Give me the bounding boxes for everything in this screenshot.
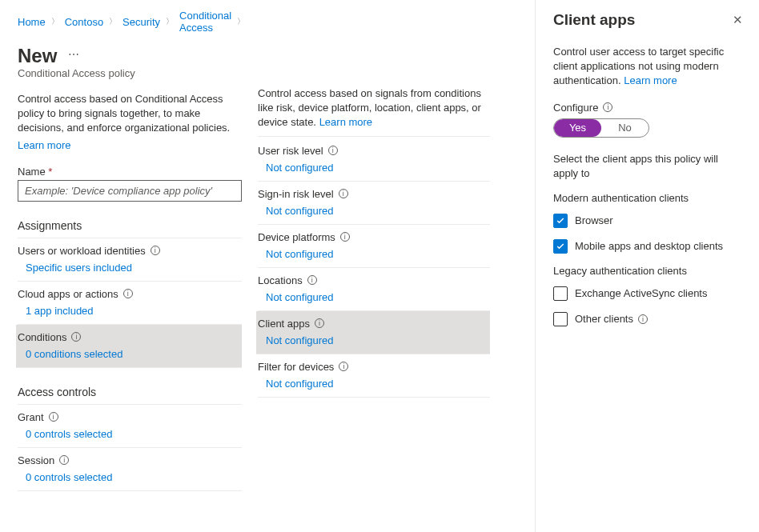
check-icon bbox=[553, 214, 568, 228]
access-grant-label: Grant bbox=[18, 411, 44, 423]
checkbox-mobile-desktop[interactable]: Mobile apps and desktop clients bbox=[553, 239, 741, 254]
condition-locations-value[interactable]: Not configured bbox=[258, 286, 490, 310]
assignment-conditions-value[interactable]: 0 conditions selected bbox=[18, 343, 242, 367]
condition-user-risk-value[interactable]: Not configured bbox=[258, 157, 490, 181]
chevron-right-icon: 〉 bbox=[166, 16, 174, 27]
access-session-value[interactable]: 0 controls selected bbox=[18, 466, 242, 490]
client-apps-panel: Client apps ✕ Control user access to tar… bbox=[535, 0, 759, 532]
access-session[interactable]: Sessioni 0 controls selected bbox=[18, 448, 242, 491]
learn-more-link[interactable]: Learn more bbox=[18, 139, 70, 151]
access-grant[interactable]: Granti 0 controls selected bbox=[18, 405, 242, 448]
assignment-apps-value[interactable]: 1 app included bbox=[18, 300, 242, 324]
condition-user-risk[interactable]: User risk leveli Not configured bbox=[258, 138, 490, 182]
page-title: New bbox=[18, 45, 57, 67]
breadcrumb-conditional-access[interactable]: Conditional Access bbox=[179, 10, 231, 34]
assignment-apps-label: Cloud apps or actions bbox=[18, 288, 118, 300]
access-controls-heading: Access controls bbox=[18, 386, 242, 405]
condition-client-apps-value[interactable]: Not configured bbox=[258, 330, 490, 354]
learn-more-link-conditions[interactable]: Learn more bbox=[319, 116, 372, 128]
checkbox-browser[interactable]: Browser bbox=[553, 214, 741, 228]
assignment-conditions-label: Conditions bbox=[18, 331, 66, 343]
info-icon[interactable]: i bbox=[603, 102, 612, 112]
info-icon[interactable]: i bbox=[340, 232, 350, 242]
condition-client-apps-label: Client apps bbox=[258, 318, 310, 330]
more-icon[interactable]: ⋯ bbox=[68, 48, 80, 61]
checkbox-eas[interactable]: Exchange ActiveSync clients bbox=[553, 286, 741, 301]
toggle-no[interactable]: No bbox=[601, 119, 649, 137]
checkbox-icon bbox=[553, 312, 568, 326]
condition-device-platforms[interactable]: Device platformsi Not configured bbox=[258, 225, 490, 268]
assignment-conditions[interactable]: Conditionsi 0 conditions selected bbox=[16, 325, 242, 368]
chevron-right-icon: 〉 bbox=[109, 16, 117, 27]
chevron-right-icon: 〉 bbox=[237, 16, 245, 27]
toggle-yes[interactable]: Yes bbox=[554, 119, 601, 137]
breadcrumb-security[interactable]: Security bbox=[122, 16, 160, 28]
assignment-users[interactable]: Users or workload identitiesi Specific u… bbox=[18, 238, 242, 282]
info-icon[interactable]: i bbox=[307, 275, 317, 285]
condition-filter-devices-value[interactable]: Not configured bbox=[258, 373, 490, 397]
breadcrumb: Home 〉 Contoso 〉 Security 〉 Conditional … bbox=[18, 10, 242, 34]
policy-description: Control access based on Conditional Acce… bbox=[18, 92, 242, 136]
info-icon[interactable]: i bbox=[71, 332, 81, 342]
select-prompt: Select the client apps this policy will … bbox=[553, 152, 741, 181]
policy-name-input[interactable] bbox=[18, 180, 242, 202]
info-icon[interactable]: i bbox=[49, 412, 58, 422]
chevron-right-icon: 〉 bbox=[51, 16, 59, 27]
info-icon[interactable]: i bbox=[123, 289, 133, 298]
condition-filter-devices-label: Filter for devices bbox=[258, 361, 334, 373]
panel-title: Client apps bbox=[553, 11, 741, 29]
configure-label: Configure bbox=[553, 102, 598, 114]
info-icon[interactable]: i bbox=[151, 246, 160, 255]
assignments-heading: Assignments bbox=[18, 219, 242, 238]
assignment-users-value[interactable]: Specific users included bbox=[18, 257, 242, 281]
panel-learn-more-link[interactable]: Learn more bbox=[624, 74, 677, 86]
close-icon[interactable]: ✕ bbox=[733, 13, 743, 27]
check-icon bbox=[553, 239, 568, 254]
info-icon[interactable]: i bbox=[638, 314, 648, 324]
checkbox-eas-label: Exchange ActiveSync clients bbox=[575, 287, 707, 299]
info-icon[interactable]: i bbox=[339, 362, 348, 371]
info-icon[interactable]: i bbox=[339, 189, 348, 198]
condition-signin-risk-value[interactable]: Not configured bbox=[258, 200, 490, 224]
legacy-clients-heading: Legacy authentication clients bbox=[553, 265, 741, 277]
page-subtitle: Conditional Access policy bbox=[18, 67, 242, 79]
condition-client-apps[interactable]: Client appsi Not configured bbox=[256, 311, 490, 354]
condition-device-platforms-value[interactable]: Not configured bbox=[258, 243, 490, 267]
checkbox-icon bbox=[553, 286, 568, 301]
access-session-label: Session bbox=[18, 454, 54, 466]
condition-locations-label: Locations bbox=[258, 274, 303, 286]
checkbox-mobile-desktop-label: Mobile apps and desktop clients bbox=[575, 240, 723, 252]
condition-signin-risk-label: Sign-in risk level bbox=[258, 188, 334, 200]
breadcrumb-contoso[interactable]: Contoso bbox=[65, 16, 103, 28]
checkbox-other-clients-label: Other clientsi bbox=[575, 313, 648, 325]
checkbox-browser-label: Browser bbox=[575, 214, 613, 226]
modern-clients-heading: Modern authentication clients bbox=[553, 192, 741, 204]
condition-filter-devices[interactable]: Filter for devicesi Not configured bbox=[258, 354, 490, 398]
name-label: Name bbox=[18, 166, 242, 178]
condition-device-platforms-label: Device platforms bbox=[258, 231, 335, 243]
info-icon[interactable]: i bbox=[328, 146, 338, 155]
access-grant-value[interactable]: 0 controls selected bbox=[18, 423, 242, 447]
info-icon[interactable]: i bbox=[315, 318, 324, 328]
condition-user-risk-label: User risk level bbox=[258, 145, 323, 157]
configure-toggle[interactable]: Yes No bbox=[553, 118, 649, 138]
condition-locations[interactable]: Locationsi Not configured bbox=[258, 268, 490, 311]
assignment-users-label: Users or workload identities bbox=[18, 245, 146, 257]
assignment-apps[interactable]: Cloud apps or actionsi 1 app included bbox=[18, 282, 242, 325]
condition-signin-risk[interactable]: Sign-in risk leveli Not configured bbox=[258, 182, 490, 225]
info-icon[interactable]: i bbox=[59, 455, 69, 465]
checkbox-other-clients[interactable]: Other clientsi bbox=[553, 312, 741, 326]
breadcrumb-home[interactable]: Home bbox=[18, 16, 46, 28]
